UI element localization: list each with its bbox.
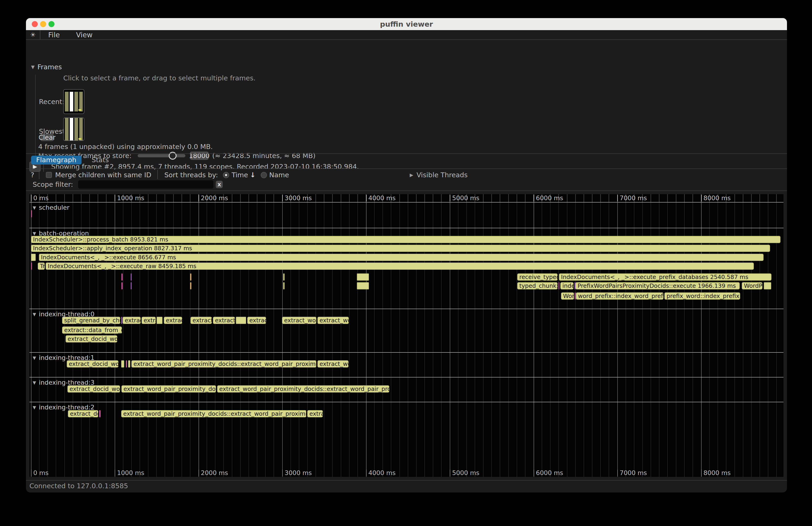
scope-bar[interactable]: extract_doc bbox=[68, 410, 98, 417]
scope-bar[interactable]: index bbox=[560, 282, 574, 289]
slider-knob[interactable] bbox=[169, 152, 177, 160]
scope-sliver[interactable] bbox=[31, 254, 36, 261]
scope-bar[interactable]: extract_word_pair_proximity_docids bbox=[121, 385, 216, 393]
scope-bar[interactable]: Trans bbox=[38, 263, 45, 270]
scope-bar[interactable]: typed_chunk::w bbox=[517, 282, 557, 289]
scope-sliver[interactable] bbox=[357, 274, 369, 281]
scope-sliver[interactable] bbox=[121, 317, 122, 324]
scope-bar[interactable]: IndexDocuments<_, _>::execute_raw 8459.1… bbox=[46, 263, 754, 270]
scope-bar[interactable]: IndexDocuments<_, _>::execute 8656.677 m… bbox=[39, 254, 764, 261]
clear-button[interactable]: Clear bbox=[40, 134, 54, 141]
sort-name-label[interactable]: Name bbox=[269, 171, 289, 179]
scope-sliver[interactable] bbox=[31, 263, 32, 270]
thread-header-indexing-thread:1[interactable]: ▼indexing-thread:1 bbox=[33, 354, 95, 361]
scope-sliver[interactable] bbox=[121, 282, 122, 289]
scope-bar[interactable]: extra bbox=[142, 317, 156, 324]
scope-bar[interactable]: extrac bbox=[164, 317, 182, 324]
scope-bar[interactable]: extract_word bbox=[282, 317, 316, 324]
merge-children-checkbox[interactable] bbox=[46, 172, 52, 178]
frame-bar-selected[interactable] bbox=[70, 92, 73, 111]
scope-bar[interactable]: split_grenad_by_chun bbox=[62, 317, 120, 324]
ruler-tick-label: 3000 ms bbox=[282, 195, 312, 201]
frame-bar[interactable] bbox=[65, 92, 69, 111]
scope-bar[interactable]: PrefixWordPairsProximityDocids::execute … bbox=[576, 282, 740, 289]
frames-section-header[interactable]: ▼ Frames bbox=[31, 63, 62, 71]
scope-bar[interactable]: extract_wo bbox=[318, 360, 349, 367]
thread-header-indexing-thread:3[interactable]: ▼indexing-thread:3 bbox=[33, 379, 95, 386]
scope-sliver[interactable] bbox=[575, 292, 576, 299]
scope-sliver[interactable] bbox=[121, 360, 124, 367]
collapse-triangle-icon: ▼ bbox=[33, 405, 36, 410]
frame-bar[interactable] bbox=[65, 118, 69, 141]
scope-sliver[interactable] bbox=[764, 282, 771, 289]
ruler-tick-label: 7000 ms bbox=[617, 195, 647, 201]
scope-bar[interactable]: extract bbox=[122, 317, 141, 324]
slowest-frames-thumbnail[interactable] bbox=[63, 117, 84, 141]
max-frames-value[interactable]: 18000 bbox=[190, 151, 208, 160]
help-button[interactable]: ? bbox=[26, 171, 39, 179]
tab-flamegraph[interactable]: Flamegraph bbox=[31, 156, 82, 164]
scope-bar[interactable]: extract_wo bbox=[318, 317, 349, 324]
scope-bar[interactable]: receive_typed_ bbox=[517, 274, 557, 281]
scope-sliver[interactable] bbox=[121, 274, 122, 281]
frame-bar[interactable] bbox=[79, 118, 83, 141]
sort-time-label[interactable]: Time bbox=[232, 171, 248, 179]
scope-bar[interactable]: extract_ bbox=[213, 317, 235, 324]
scope-bar[interactable]: extrac bbox=[307, 410, 323, 417]
scope-bar[interactable]: extract_ bbox=[190, 317, 212, 324]
scope-sliver[interactable] bbox=[131, 274, 132, 281]
scope-bar[interactable]: Word bbox=[561, 292, 574, 299]
scope-bar[interactable]: extract::data_from_ob bbox=[62, 326, 122, 334]
scope-sliver[interactable] bbox=[31, 210, 32, 217]
scope-sliver[interactable] bbox=[283, 282, 285, 289]
thread-header-indexing-thread:0[interactable]: ▼indexing-thread:0 bbox=[33, 310, 95, 318]
scope-sliver[interactable] bbox=[283, 274, 285, 281]
scope-sliver[interactable] bbox=[99, 410, 101, 417]
scope-bar[interactable]: IndexScheduler>::apply_index_operation 8… bbox=[31, 245, 770, 252]
scope-sliver[interactable] bbox=[357, 282, 369, 289]
thread-header-batch-operation[interactable]: ▼batch-operation bbox=[33, 230, 89, 237]
recent-frames-thumbnail[interactable] bbox=[63, 89, 84, 114]
thread-header-scheduler[interactable]: ▼scheduler bbox=[33, 204, 70, 211]
scope-bar[interactable]: WordPr bbox=[742, 282, 763, 289]
frame-bar[interactable] bbox=[74, 92, 78, 111]
scope-sliver[interactable] bbox=[190, 274, 191, 281]
scope-bar[interactable]: extract_word_pair_proximity_docids::extr… bbox=[121, 410, 306, 417]
scope-bar[interactable]: word_prefix::index_word_prefix_ bbox=[576, 292, 664, 299]
sort-direction-arrow-icon[interactable]: ↓ bbox=[250, 171, 256, 179]
visible-threads-toggle[interactable]: ▶ Visible Threads bbox=[410, 171, 468, 179]
scope-sliver[interactable] bbox=[236, 317, 246, 324]
scope-sliver[interactable] bbox=[131, 282, 132, 289]
scope-bar[interactable]: extract bbox=[247, 317, 266, 324]
scope-bar[interactable]: extract_docid_word bbox=[66, 335, 117, 342]
scope-bar[interactable]: extract_word_pair_proximity_docids::extr… bbox=[131, 360, 316, 367]
scope-sliver[interactable] bbox=[126, 360, 127, 367]
flamegraph-panel[interactable]: 0 ms1000 ms2000 ms3000 ms4000 ms5000 ms6… bbox=[29, 194, 783, 477]
scope-bar[interactable]: extract_docid_word bbox=[68, 385, 120, 393]
menu-view[interactable]: View bbox=[68, 31, 101, 39]
menu-file[interactable]: File bbox=[40, 31, 68, 39]
thread-name: indexing-thread:0 bbox=[39, 310, 95, 318]
thread-header-indexing-thread:2[interactable]: ▼indexing-thread:2 bbox=[33, 404, 95, 411]
frame-bar[interactable] bbox=[74, 118, 78, 141]
frame-bar[interactable] bbox=[79, 92, 83, 111]
theme-toggle-icon[interactable]: ☀ bbox=[26, 31, 40, 39]
scope-sliver[interactable] bbox=[559, 282, 560, 289]
scope-bar[interactable]: extract_docid_word bbox=[67, 360, 118, 367]
scope-bar[interactable]: IndexScheduler>::process_batch 8953.821 … bbox=[31, 236, 781, 243]
scope-bar[interactable]: IndexDocuments<_, _>::execute_prefix_dat… bbox=[559, 274, 771, 281]
scope-bar[interactable]: extract_word_pair_proximity_docids::extr… bbox=[217, 385, 389, 393]
max-frames-slider[interactable] bbox=[137, 154, 185, 157]
frame-bar-selected[interactable] bbox=[70, 118, 73, 141]
scope-filter-input[interactable] bbox=[78, 180, 214, 189]
tab-stats[interactable]: Stats bbox=[87, 156, 114, 164]
sort-name-radio[interactable] bbox=[261, 172, 267, 178]
ruler-tick-label: 4000 ms bbox=[366, 195, 396, 201]
scope-bar[interactable]: prefix_word::index_prefix_wo bbox=[664, 292, 740, 299]
sort-time-radio[interactable] bbox=[223, 172, 229, 178]
scope-sliver[interactable] bbox=[128, 360, 130, 367]
clear-filter-button[interactable]: x bbox=[216, 181, 223, 188]
scope-sliver[interactable] bbox=[157, 317, 162, 324]
flamegraph-sections: ▼scheduler▼batch-operationIndexScheduler… bbox=[29, 202, 783, 477]
scope-sliver[interactable] bbox=[190, 282, 191, 289]
